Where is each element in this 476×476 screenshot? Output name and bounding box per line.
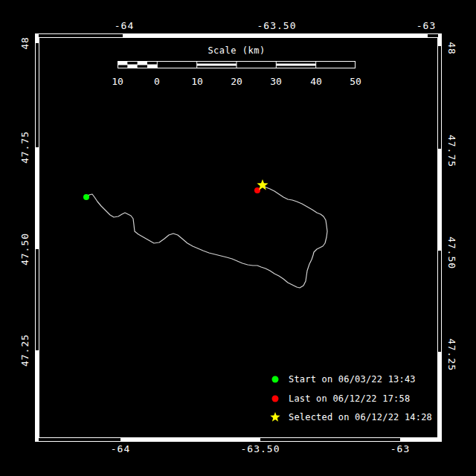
frame-band-left [35, 147, 39, 249]
green-dot-icon [272, 376, 279, 383]
legend-label-selected: Selected on 06/12/22 14:28 [289, 412, 432, 422]
longitude-label-top: -63 [416, 20, 436, 31]
start-point-icon [268, 373, 282, 385]
scale-tick-label: 50 [350, 76, 361, 87]
frame-band-bottom [120, 438, 260, 442]
frame-band-right [438, 352, 442, 442]
scale-bar-title: Scale (km) [208, 45, 265, 56]
scale-stripe-segment [276, 64, 315, 66]
scale-tick-label: 40 [310, 76, 322, 87]
latitude-label-left: 47.50 [19, 233, 30, 266]
scale-stripe-segment [197, 64, 237, 66]
frame-band-top [123, 33, 428, 37]
longitude-label-top: -64 [115, 20, 134, 31]
legend-label-start: Start on 06/03/22 13:43 [289, 374, 416, 385]
latitude-label-right: 47.50 [446, 237, 457, 269]
scale-tick-label: 10 [112, 76, 123, 87]
scale-tick-label: 0 [154, 76, 160, 87]
frame-band-left [35, 350, 39, 442]
longitude-label-top: -63.50 [257, 20, 297, 31]
latitude-label-left: 47.75 [19, 131, 30, 164]
last-point-icon [268, 393, 282, 405]
latitude-label-right: 47.25 [446, 338, 457, 371]
legend-label-last: Last on 06/12/22 17:58 [289, 393, 410, 404]
latitude-label-right: 48 [446, 42, 457, 55]
drifter-track-path[interactable] [86, 186, 327, 288]
scale-tick-label: 10 [191, 76, 203, 87]
frame-band-bottom [400, 438, 442, 442]
longitude-label-bottom: -64 [111, 443, 130, 454]
selected-point-icon [268, 411, 282, 423]
star-icon [270, 412, 280, 422]
latitude-label-right: 47.75 [446, 135, 457, 167]
legend-item-start: Start on 06/03/22 13:43 [268, 373, 416, 386]
scale-tick-label: 20 [231, 76, 242, 87]
frame-band-right [438, 149, 442, 251]
longitude-label-bottom: -63.50 [241, 443, 280, 454]
legend-item-last: Last on 06/12/22 17:58 [268, 392, 410, 405]
longitude-label-bottom: -63 [390, 443, 410, 454]
scale-tick-label: 30 [270, 76, 282, 87]
frame-band-left [35, 33, 39, 43]
last-point-marker[interactable] [254, 187, 260, 193]
latitude-label-left: 48 [19, 36, 30, 50]
frame-band-right [438, 33, 442, 46]
red-dot-icon [272, 396, 279, 402]
legend-item-selected: Selected on 06/12/22 14:28 [268, 411, 432, 424]
satellite-track-map-window: Scale (km) -64-63.50-63-64-63.50-634847.… [0, 0, 476, 476]
start-point-marker[interactable] [83, 194, 89, 200]
latitude-label-left: 47.25 [19, 334, 30, 367]
